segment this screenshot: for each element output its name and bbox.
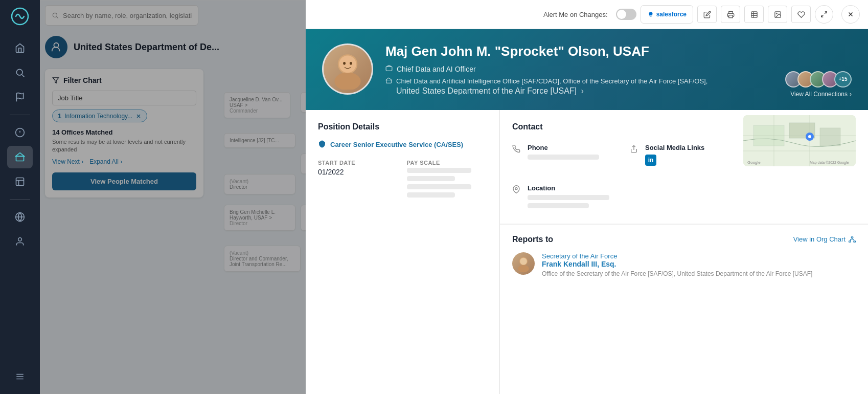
connections-count-badge: +15	[834, 71, 852, 87]
location-label: Location	[528, 184, 609, 192]
expand-panel-button[interactable]	[815, 5, 833, 24]
reports-name[interactable]: Frank Kendall III, Esq.	[542, 260, 812, 268]
reports-info: Secretary of the Air Force Frank Kendall…	[542, 252, 812, 277]
sidebar-item-person[interactable]	[7, 230, 33, 253]
edit-button[interactable]	[697, 6, 717, 23]
share-icon	[750, 11, 758, 18]
view-all-connections-link[interactable]: View All Connections ›	[790, 91, 852, 98]
reports-header: Reports to View in Org Chart	[512, 235, 856, 244]
reports-role[interactable]: Secretary of the Air Force	[542, 252, 812, 260]
sidebar-item-institution[interactable]	[7, 170, 33, 193]
pay-scale-blur-4	[407, 192, 455, 198]
sidebar-divider-1	[10, 115, 30, 115]
profile-title-row: Chief Data and AI Officer	[385, 64, 852, 73]
location-block: Location	[512, 184, 856, 211]
svg-rect-44	[820, 128, 840, 146]
phone-block: Phone	[512, 144, 599, 166]
map-placeholder: Google Map data ©2022 Google	[743, 115, 856, 166]
start-date-label: Start Date	[318, 160, 399, 166]
svg-point-34	[334, 72, 360, 90]
close-icon	[847, 11, 854, 18]
panel-toolbar: Alert Me on Changes: salesforce	[306, 0, 868, 29]
social-item: Social Media Links in	[630, 144, 704, 166]
profile-header: Maj Gen John M. "Sprocket" Olson, USAF C…	[306, 29, 868, 110]
map-svg: Google Map data ©2022 Google	[743, 115, 856, 166]
profile-org-row: Chief Data and Artificial Intelligence O…	[385, 76, 852, 96]
social-label: Social Media Links	[645, 144, 704, 151]
image-button[interactable]	[768, 6, 787, 23]
career-badge-label: Career Senior Executive Service (CA/SES)	[330, 141, 463, 148]
org-chart-icon	[849, 236, 856, 243]
sidebar-item-info[interactable]	[7, 121, 33, 144]
profile-org-1: Chief Data and Artificial Intelligence O…	[396, 77, 707, 85]
phone-item: Phone	[512, 144, 599, 163]
print-button[interactable]	[721, 6, 740, 23]
sidebar-item-home[interactable]	[7, 37, 33, 59]
location-blur-2	[528, 203, 589, 208]
connections-arrow: ›	[850, 91, 852, 98]
profile-connections: +15 View All Connections ›	[785, 71, 852, 98]
sidebar-bottom	[7, 365, 33, 388]
close-panel-button[interactable]	[841, 5, 860, 24]
pay-scale-blur-2	[407, 176, 455, 181]
salesforce-button[interactable]: salesforce	[641, 5, 693, 24]
heart-icon	[797, 11, 805, 18]
location-item: Location	[512, 184, 856, 211]
sidebar-menu-button[interactable]	[7, 365, 33, 388]
phone-blur-1	[528, 155, 599, 160]
sidebar-item-search[interactable]	[7, 61, 33, 84]
location-blur-1	[528, 195, 609, 200]
location-info: Location	[528, 184, 609, 211]
alert-toggle[interactable]	[616, 9, 636, 20]
app-logo[interactable]	[10, 6, 30, 27]
reports-org: Office of the Secretary of the Air Force…	[542, 270, 812, 277]
shield-icon	[318, 140, 326, 149]
image-icon	[774, 11, 782, 18]
linkedin-icon[interactable]: in	[645, 155, 656, 166]
svg-rect-39	[386, 80, 392, 83]
svg-rect-22	[728, 15, 733, 17]
profile-org-2-link[interactable]: United States Department of the Air Forc…	[396, 86, 577, 95]
svg-rect-50	[851, 236, 853, 237]
phone-label: Phone	[528, 144, 599, 151]
svg-point-1	[16, 69, 22, 75]
phone-info: Phone	[528, 144, 599, 163]
building-icon	[385, 77, 392, 85]
reports-title: Reports to	[512, 235, 553, 244]
sidebar-item-flag[interactable]	[7, 86, 33, 108]
svg-line-30	[821, 15, 824, 17]
reports-person: Secretary of the Air Force Frank Kendall…	[512, 252, 856, 277]
alert-label: Alert Me on Changes:	[543, 11, 608, 18]
contact-columns: Phone Social Media L	[512, 144, 856, 166]
social-icon	[630, 145, 638, 156]
view-org-chart-link[interactable]: View in Org Chart	[793, 235, 856, 243]
social-block: Social Media Links in	[630, 144, 704, 166]
map-container: Google Map data ©2022 Google	[743, 115, 856, 166]
location-icon	[512, 185, 520, 196]
connection-avatars: +15	[785, 71, 852, 87]
career-badge: Career Senior Executive Service (CA/SES)	[318, 140, 487, 149]
expand-icon	[820, 11, 828, 18]
pay-scale-block: Pay Scale	[407, 160, 488, 201]
svg-rect-38	[386, 67, 392, 71]
sidebar-item-building[interactable]	[7, 146, 33, 168]
svg-rect-8	[16, 178, 24, 186]
svg-point-54	[518, 265, 529, 272]
contact-section: Contact Phone	[500, 110, 868, 224]
print-icon	[727, 11, 735, 18]
svg-point-11	[18, 238, 22, 242]
sidebar-item-globe[interactable]	[7, 206, 33, 228]
svg-point-36	[343, 62, 346, 65]
svg-line-2	[22, 75, 25, 77]
svg-point-37	[350, 62, 352, 65]
shield-fill-icon	[318, 140, 326, 148]
profile-title: Chief Data and AI Officer	[397, 65, 476, 73]
share-button[interactable]	[744, 6, 764, 23]
profile-avatar-image	[324, 45, 372, 93]
heart-button[interactable]	[791, 6, 811, 23]
profile-info: Maj Gen John M. "Sprocket" Olson, USAF C…	[385, 43, 852, 96]
social-info: Social Media Links in	[645, 144, 704, 166]
salesforce-label: salesforce	[656, 11, 687, 18]
org-arrow: ›	[581, 86, 584, 95]
reports-avatar	[512, 252, 535, 275]
